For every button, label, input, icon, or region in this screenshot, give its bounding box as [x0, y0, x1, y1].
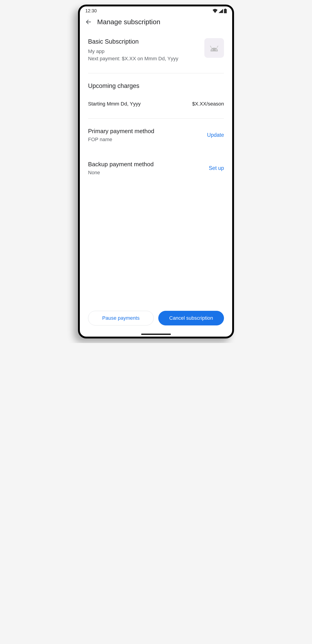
svg-line-5 [210, 46, 211, 48]
svg-point-3 [212, 49, 213, 50]
subscription-title: Basic Subscription [88, 38, 204, 45]
subscription-header: Basic Subscription My app Next payment: … [88, 31, 224, 73]
primary-payment-label: Primary payment method [88, 128, 207, 135]
pause-payments-button[interactable]: Pause payments [88, 311, 154, 326]
content-area: Basic Subscription My app Next payment: … [80, 31, 232, 306]
backup-payment-label: Backup payment method [88, 161, 209, 168]
svg-rect-0 [224, 9, 227, 13]
app-icon [204, 38, 224, 58]
app-bar: Manage subscription [80, 15, 232, 31]
svg-rect-1 [225, 9, 226, 9]
update-primary-button[interactable]: Update [207, 132, 224, 138]
page-title: Manage subscription [97, 18, 160, 26]
backup-payment-info: Backup payment method None [88, 161, 209, 176]
status-bar: 12:30 [80, 6, 232, 15]
status-time: 12:30 [85, 8, 97, 14]
payment-methods-section: Primary payment method FOP name Update B… [88, 118, 224, 185]
cellular-icon [218, 9, 223, 13]
phone-frame: 12:30 Manage subscription Basic Subscrip… [78, 4, 234, 338]
primary-payment-value: FOP name [88, 136, 207, 142]
nav-bar [80, 334, 232, 336]
cancel-subscription-button[interactable]: Cancel subscription [158, 311, 224, 326]
android-icon [209, 44, 220, 52]
charge-amount: $X.XX/season [192, 101, 224, 107]
back-icon[interactable] [85, 19, 92, 25]
subscription-info: Basic Subscription My app Next payment: … [88, 38, 204, 62]
primary-payment-row: Primary payment method FOP name Update [88, 118, 224, 152]
charge-start-date: Starting Mmm Dd, Yyyy [88, 101, 141, 107]
charge-row: Starting Mmm Dd, Yyyy $X.XX/season [88, 101, 224, 107]
upcoming-charges-heading: Upcoming charges [88, 82, 224, 90]
status-icons [213, 9, 227, 13]
svg-point-4 [215, 49, 216, 50]
subscription-next-payment: Next payment: $X.XX on Mmm Dd, Yyyy [88, 56, 204, 62]
backup-payment-row: Backup payment method None Set up [88, 152, 224, 185]
backup-payment-value: None [88, 170, 209, 176]
wifi-icon [213, 9, 218, 13]
svg-line-6 [217, 46, 218, 48]
subscription-app-name: My app [88, 48, 204, 54]
nav-handle[interactable] [141, 334, 171, 335]
setup-backup-button[interactable]: Set up [209, 165, 224, 171]
upcoming-charges-section: Upcoming charges Starting Mmm Dd, Yyyy $… [88, 73, 224, 118]
battery-icon [224, 9, 227, 13]
spacer [88, 185, 224, 306]
primary-payment-info: Primary payment method FOP name [88, 128, 207, 142]
button-bar: Pause payments Cancel subscription [80, 306, 232, 334]
